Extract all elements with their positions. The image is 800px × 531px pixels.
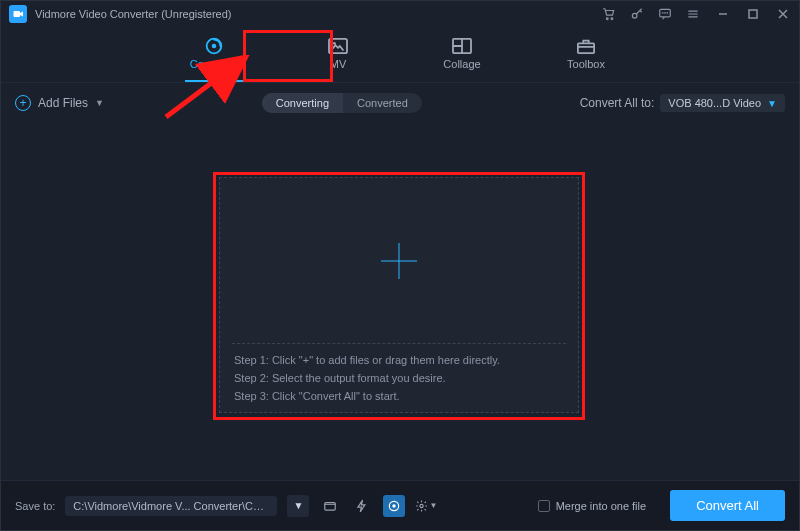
chevron-down-icon: ▼: [767, 98, 777, 109]
svg-point-17: [393, 504, 397, 508]
high-speed-icon[interactable]: [383, 495, 405, 517]
svg-point-12: [333, 42, 336, 45]
svg-point-1: [606, 18, 608, 20]
key-icon[interactable]: [629, 6, 645, 22]
tab-converter-label: Converter: [190, 58, 238, 70]
svg-rect-14: [578, 43, 594, 53]
save-path-dropdown[interactable]: ▼: [287, 495, 309, 517]
convert-all-to: Convert All to: VOB 480...D Video ▼: [580, 94, 785, 112]
titlebar-actions: [601, 6, 701, 22]
save-path-field[interactable]: C:\Vidmore\Vidmore V... Converter\Conver…: [65, 496, 277, 516]
save-to-label: Save to:: [15, 500, 55, 512]
toolbox-icon: [575, 37, 597, 55]
svg-rect-11: [329, 39, 347, 53]
top-tabs: Converter MV Collage Toolbox: [1, 27, 799, 83]
svg-rect-15: [325, 502, 336, 510]
svg-rect-8: [749, 10, 757, 18]
add-files-button[interactable]: + Add Files ▼: [15, 95, 104, 111]
menu-icon[interactable]: [685, 6, 701, 22]
svg-rect-0: [14, 11, 21, 17]
convert-all-to-label: Convert All to:: [580, 96, 655, 110]
collage-icon: [451, 37, 473, 55]
maximize-button[interactable]: [745, 6, 761, 22]
svg-point-5: [662, 13, 663, 14]
step3-text: Step 3: Click "Convert All" to start.: [234, 390, 564, 402]
svg-point-3: [632, 13, 637, 18]
output-format-select[interactable]: VOB 480...D Video ▼: [660, 94, 785, 112]
close-button[interactable]: [775, 6, 791, 22]
mv-icon: [327, 37, 349, 55]
checkbox-icon: [538, 500, 550, 512]
titlebar: Vidmore Video Converter (Unregistered): [1, 1, 799, 27]
svg-point-10: [212, 44, 217, 49]
cart-icon[interactable]: [601, 6, 617, 22]
dropzone-steps: Step 1: Click "+" to add files or drag t…: [220, 344, 578, 412]
dropzone[interactable]: Step 1: Click "+" to add files or drag t…: [219, 177, 579, 413]
svg-point-7: [667, 13, 668, 14]
tab-collage[interactable]: Collage: [425, 33, 499, 76]
tab-collage-label: Collage: [443, 58, 480, 70]
footer: Save to: C:\Vidmore\Vidmore V... Convert…: [1, 480, 799, 530]
app-logo-icon: [9, 5, 27, 23]
hardware-accel-icon[interactable]: [351, 495, 373, 517]
merge-checkbox[interactable]: Merge into one file: [538, 500, 647, 512]
tab-mv-label: MV: [330, 58, 347, 70]
dropzone-top: [220, 178, 578, 343]
svg-point-6: [665, 13, 666, 14]
convert-all-button[interactable]: Convert All: [670, 490, 785, 521]
app-window: Vidmore Video Converter (Unregistered): [0, 0, 800, 531]
segment-converted[interactable]: Converted: [343, 93, 422, 113]
tab-toolbox[interactable]: Toolbox: [549, 33, 623, 76]
settings-icon[interactable]: ▼: [415, 495, 437, 517]
tab-mv[interactable]: MV: [301, 33, 375, 76]
main-area: Step 1: Click "+" to add files or drag t…: [1, 123, 799, 480]
feedback-icon[interactable]: [657, 6, 673, 22]
subbar: + Add Files ▼ Converting Converted Conve…: [1, 83, 799, 123]
step1-text: Step 1: Click "+" to add files or drag t…: [234, 354, 564, 366]
segment-converting[interactable]: Converting: [262, 93, 343, 113]
step2-text: Step 2: Select the output format you des…: [234, 372, 564, 384]
window-controls: [715, 6, 791, 22]
svg-point-18: [420, 504, 423, 507]
minimize-button[interactable]: [715, 6, 731, 22]
app-title: Vidmore Video Converter (Unregistered): [35, 8, 231, 20]
plus-circle-icon: +: [15, 95, 31, 111]
svg-point-2: [611, 18, 613, 20]
merge-label: Merge into one file: [556, 500, 647, 512]
chevron-down-icon: ▼: [95, 98, 104, 108]
add-files-label: Add Files: [38, 96, 88, 110]
tab-toolbox-label: Toolbox: [567, 58, 605, 70]
tab-converter[interactable]: Converter: [177, 33, 251, 76]
converter-icon: [203, 37, 225, 55]
open-folder-icon[interactable]: [319, 495, 341, 517]
add-file-plus-icon[interactable]: [381, 243, 417, 279]
output-format-value: VOB 480...D Video: [668, 97, 761, 109]
status-segment: Converting Converted: [262, 93, 422, 113]
